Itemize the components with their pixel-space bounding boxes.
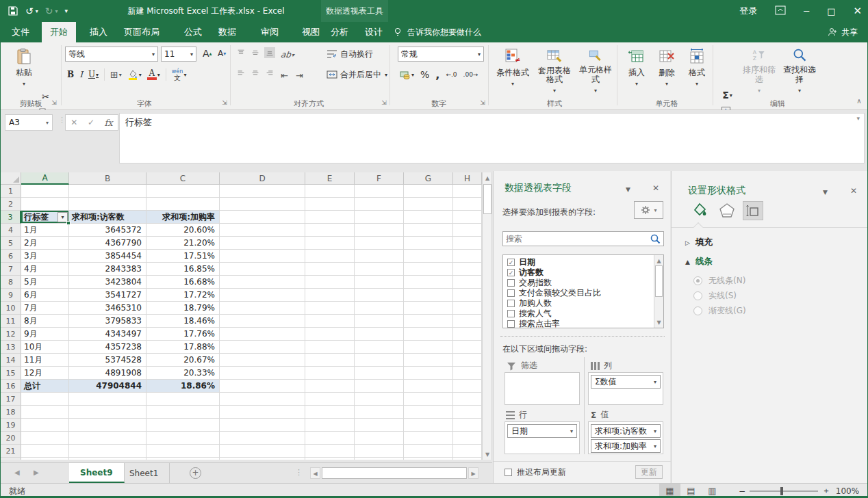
cell-H16[interactable] xyxy=(453,380,482,393)
pill-dropdown-icon[interactable]: ▾ xyxy=(654,428,656,434)
cell-H13[interactable] xyxy=(453,341,482,354)
minimize-button[interactable]: ─ xyxy=(804,6,809,16)
zoom-level[interactable]: 100% xyxy=(834,486,859,496)
cell-C7[interactable]: 16.85% xyxy=(146,263,220,276)
cell-F2[interactable] xyxy=(355,198,404,211)
columns-drop-area[interactable]: Σ 数值▾ xyxy=(588,372,663,405)
cell-G14[interactable] xyxy=(404,354,453,367)
cell-B10[interactable]: 3465310 xyxy=(69,302,146,315)
cell-C3[interactable]: 求和项:加购率 xyxy=(146,211,220,224)
cell-H8[interactable] xyxy=(453,276,482,289)
cell-G19[interactable] xyxy=(404,419,453,432)
confirm-entry-icon[interactable]: ✓ xyxy=(88,118,94,127)
cell-E16[interactable] xyxy=(305,380,355,393)
align-top-icon[interactable] xyxy=(235,47,246,58)
row-header-20[interactable]: 20 xyxy=(1,432,21,445)
cell-B7[interactable]: 2843383 xyxy=(69,263,146,276)
tab-公式[interactable]: 公式 xyxy=(176,22,210,42)
cell-A19[interactable] xyxy=(21,419,69,432)
cell-A7[interactable]: 4月 xyxy=(21,263,69,276)
cell-E22[interactable] xyxy=(305,458,355,460)
row-header-9[interactable]: 9 xyxy=(1,289,21,302)
cell-E5[interactable] xyxy=(305,237,355,250)
field-list-scroll-down-icon[interactable]: ▼ xyxy=(654,317,663,328)
cell-C11[interactable]: 18.46% xyxy=(146,315,220,328)
cell-D14[interactable] xyxy=(220,354,305,367)
cell-D3[interactable] xyxy=(220,211,305,224)
cell-B13[interactable]: 4357238 xyxy=(69,341,146,354)
fields-tools-button[interactable]: ▾ xyxy=(634,201,663,219)
cell-E10[interactable] xyxy=(305,302,355,315)
cell-D8[interactable] xyxy=(220,276,305,289)
fields-pane-options-icon[interactable]: ▼ xyxy=(626,186,630,193)
merge-center-button[interactable]: 合并后居中 xyxy=(324,67,390,82)
pill-dropdown-icon[interactable]: ▾ xyxy=(654,443,656,449)
field-item-搜索人气[interactable]: 搜索人气 xyxy=(507,309,662,319)
row-header-12[interactable]: 12 xyxy=(1,328,21,341)
alignment-dialog-launcher[interactable]: ⇲ xyxy=(380,99,388,107)
cell-A22[interactable] xyxy=(21,458,69,460)
cell-B8[interactable]: 3423804 xyxy=(69,276,146,289)
cell-A18[interactable] xyxy=(21,406,69,419)
cell-B3[interactable]: 求和项:访客数 xyxy=(69,211,146,224)
cell-C1[interactable] xyxy=(146,185,220,198)
cell-E17[interactable] xyxy=(305,393,355,406)
formula-bar-expand-icon[interactable]: ▾ xyxy=(856,115,860,122)
find-select-button[interactable]: 查找和选择▾ xyxy=(780,45,819,96)
number-format-combo[interactable]: 常规▾ xyxy=(398,47,484,62)
cell-G1[interactable] xyxy=(404,185,453,198)
cell-G2[interactable] xyxy=(404,198,453,211)
search-icon[interactable] xyxy=(650,233,661,244)
fields-pane-close-icon[interactable]: ✕ xyxy=(652,183,659,193)
field-list-scroll-thumb[interactable] xyxy=(655,265,663,297)
horizontal-scroll-thumb[interactable] xyxy=(322,467,467,479)
field-checkbox-支付金额较父类目占比[interactable] xyxy=(507,289,515,297)
col-header-H[interactable]: H xyxy=(453,172,482,185)
grow-font-button[interactable]: A▴ xyxy=(201,46,214,61)
rows-drop-area[interactable]: 日期▾ xyxy=(505,421,580,454)
cell-H12[interactable] xyxy=(453,328,482,341)
cell-F7[interactable] xyxy=(355,263,404,276)
cell-A5[interactable]: 2月 xyxy=(21,237,69,250)
line-option-实线(S)[interactable]: 实线(S) xyxy=(693,290,737,302)
cell-A13[interactable]: 10月 xyxy=(21,341,69,354)
cell-A17[interactable] xyxy=(21,393,69,406)
field-list-scrollbar[interactable]: ▲ ▼ xyxy=(654,255,663,328)
cell-E3[interactable] xyxy=(305,211,355,224)
sort-filter-button[interactable]: AZ 排序和筛选▾ xyxy=(740,45,778,96)
cell-A4[interactable]: 1月 xyxy=(21,224,69,237)
wrap-text-button[interactable]: 自动换行 xyxy=(324,47,376,62)
field-checkbox-加购人数[interactable] xyxy=(507,300,515,307)
cell-A12[interactable]: 9月 xyxy=(21,328,69,341)
orientation-button[interactable]: ab xyxy=(277,47,297,62)
conditional-formatting-button[interactable]: ≠ 条件格式▾ xyxy=(493,45,533,96)
cell-B11[interactable]: 3795833 xyxy=(69,315,146,328)
cell-E4[interactable] xyxy=(305,224,355,237)
row-header-5[interactable]: 5 xyxy=(1,237,21,250)
insert-cells-button[interactable]: 插入▾ xyxy=(622,45,651,96)
cell-B18[interactable] xyxy=(69,406,146,419)
cell-B20[interactable] xyxy=(69,432,146,445)
cell-F13[interactable] xyxy=(355,341,404,354)
align-bottom-icon[interactable] xyxy=(264,47,275,58)
cell-E7[interactable] xyxy=(305,263,355,276)
cell-A10[interactable]: 7月 xyxy=(21,302,69,315)
new-sheet-button[interactable]: + xyxy=(190,467,201,479)
percent-style-button[interactable]: % xyxy=(418,67,431,82)
row-header-4[interactable]: 4 xyxy=(1,224,21,237)
hscroll-right-icon[interactable]: ▶ xyxy=(468,467,478,479)
fill-color-button[interactable] xyxy=(125,67,144,82)
cell-C17[interactable] xyxy=(146,393,220,406)
cell-D11[interactable] xyxy=(220,315,305,328)
delete-cells-button[interactable]: 删除▾ xyxy=(652,45,681,96)
decrease-indent-icon[interactable]: ⇤ xyxy=(279,68,290,83)
cell-C19[interactable] xyxy=(146,419,220,432)
cell-A15[interactable]: 12月 xyxy=(21,367,69,380)
tab-split-handle[interactable]: ⋮ xyxy=(295,468,303,477)
contextual-tab-分析[interactable]: 分析 xyxy=(322,22,357,42)
row-header-7[interactable]: 7 xyxy=(1,263,21,276)
cell-A14[interactable]: 11月 xyxy=(21,354,69,367)
cell-G8[interactable] xyxy=(404,276,453,289)
cell-H21[interactable] xyxy=(453,445,482,458)
pill-dropdown-icon[interactable]: ▾ xyxy=(570,428,573,434)
